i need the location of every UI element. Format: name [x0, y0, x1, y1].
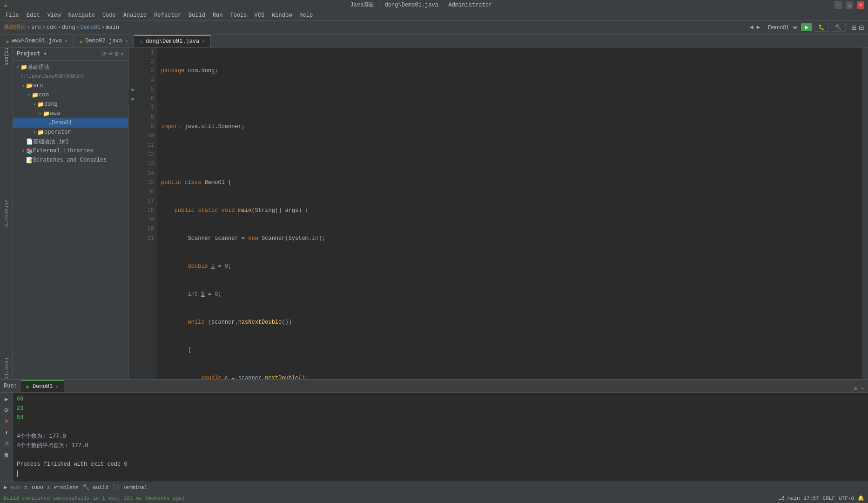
run-btn[interactable]: ▶: [2, 394, 11, 404]
gutter-row-13: [128, 159, 138, 169]
run-gutter-icon[interactable]: ▶: [131, 95, 135, 102]
gutter-row-20: [128, 224, 138, 234]
code-editor[interactable]: ▶ ▶: [128, 48, 868, 379]
print-btn[interactable]: 🖨: [2, 439, 11, 449]
run-tab-demo-label: Demo01: [33, 383, 53, 390]
tree-com[interactable]: ▾ 📁 com: [13, 90, 128, 100]
git-branch[interactable]: ⎇ main: [779, 495, 800, 501]
menu-edit[interactable]: Edit: [23, 11, 44, 20]
code-content[interactable]: package com.dong; import java.util.Scann…: [157, 48, 862, 379]
tree-demo01[interactable]: ☕ Demo01: [13, 118, 128, 128]
tree-arrow: ▾: [26, 92, 32, 98]
expand-button[interactable]: ⊞: [851, 24, 857, 31]
run-gutter-icon[interactable]: ▶: [131, 86, 135, 93]
bottom-todo-icon[interactable]: ☑: [24, 484, 27, 491]
menu-run[interactable]: Run: [209, 11, 227, 20]
stop-btn[interactable]: ■: [2, 417, 11, 426]
breadcrumb-project[interactable]: 基础语法: [4, 23, 26, 31]
bottom-left-toolbar: ▶ ⟳ ■ ⬇ 🖨 🗑: [0, 393, 13, 482]
breadcrumb-demo01[interactable]: Demo01: [81, 24, 101, 31]
line-num-15: 15: [141, 178, 154, 187]
structure-tool-button[interactable]: Structure: [3, 208, 10, 219]
tree-path-java[interactable]: F:\Java\Java基础\基础语法: [13, 72, 128, 81]
crlf[interactable]: CRLF: [823, 496, 835, 501]
debug-button[interactable]: 🐛: [814, 23, 829, 32]
menu-analyze[interactable]: Analyze: [120, 11, 150, 20]
menu-build[interactable]: Build: [185, 11, 209, 20]
menu-code[interactable]: Code: [99, 11, 120, 20]
folder-icon: 📁: [43, 110, 50, 117]
tab-run[interactable]: ▶ Demo01 ✕: [21, 380, 64, 392]
settings-icon[interactable]: ⚙: [114, 50, 118, 58]
main-content: Project Structure Favorites Project ▾ ⟳ …: [0, 48, 868, 379]
tab-close-icon[interactable]: ✕: [202, 39, 205, 44]
bottom-run-icon[interactable]: ▶: [4, 484, 7, 491]
minimize-button[interactable]: ─: [834, 1, 842, 9]
code-indent: [161, 374, 201, 379]
line-num-21: 21: [141, 234, 154, 243]
tree-www[interactable]: ▾ 📁 www: [13, 109, 128, 118]
menu-refactor[interactable]: Refactor: [150, 11, 185, 20]
code-indent: [161, 206, 175, 215]
line-col[interactable]: 17:57: [804, 496, 819, 501]
breadcrumb-src[interactable]: src: [31, 24, 41, 31]
breadcrumb-main[interactable]: main: [106, 24, 119, 31]
gutter-row-5[interactable]: ▶: [128, 85, 138, 94]
tab-demo02[interactable]: ☕ Demo02.java ✕: [74, 35, 134, 47]
bottom-problems-icon[interactable]: ⚠: [47, 484, 50, 491]
tab-www-demo01[interactable]: ☕ www\Demo01.java ✕: [0, 35, 74, 47]
notifications[interactable]: 🔔: [858, 495, 864, 501]
bottom-terminal-icon[interactable]: ⬛: [112, 484, 119, 491]
menu-window[interactable]: Window: [268, 11, 296, 20]
maximize-button[interactable]: □: [846, 1, 853, 9]
menu-navigate[interactable]: Navigate: [64, 11, 99, 20]
tree-project-root[interactable]: ▾ 📁 基础语法: [13, 62, 128, 72]
tree-external-libs[interactable]: ▾ 📚 External Libraries: [13, 146, 128, 156]
sync-icon[interactable]: ⟳: [101, 50, 107, 58]
gutter-row-17: [128, 197, 138, 206]
favorites-tool-button[interactable]: Favorites: [3, 366, 10, 377]
build-button[interactable]: 🔨: [831, 23, 846, 32]
project-tool-button[interactable]: Project: [3, 49, 10, 61]
folder-icon: 📁: [37, 129, 44, 136]
gutter-row-6[interactable]: ▶: [128, 94, 138, 103]
breadcrumb-com[interactable]: com: [47, 24, 57, 31]
bottom-build-icon[interactable]: 🔨: [82, 484, 89, 491]
minimize-panel-icon[interactable]: ─: [861, 386, 864, 392]
menu-view[interactable]: View: [44, 11, 65, 20]
tree-scratches[interactable]: 📝 Scratches and Consoles: [13, 156, 128, 165]
tree-src[interactable]: ▾ 📂 src: [13, 81, 128, 90]
breadcrumb-sep2: ›: [42, 24, 46, 31]
settings-icon[interactable]: ⚙: [854, 385, 857, 392]
tree-item-label: 基础语法: [27, 63, 50, 71]
collapse-all-icon[interactable]: ≡: [109, 50, 113, 58]
breadcrumb-dong[interactable]: dong: [62, 24, 75, 31]
tab-close-icon[interactable]: ✕: [65, 38, 67, 44]
tree-operator[interactable]: ▾ 📁 operator: [13, 128, 128, 137]
menu-file[interactable]: File: [2, 11, 23, 20]
scroll-end-btn[interactable]: ⬇: [2, 428, 11, 437]
tree-dong[interactable]: ▾ 📁 dong: [13, 100, 128, 109]
run-tab-label[interactable]: Run:: [0, 380, 21, 392]
output-text: 54: [17, 413, 23, 422]
encoding[interactable]: UTF-8: [839, 496, 854, 501]
close-button[interactable]: ✕: [857, 1, 864, 9]
tab-close-icon[interactable]: ✕: [125, 38, 128, 44]
line-num-16: 16: [141, 187, 154, 197]
menu-vcs[interactable]: VCS: [251, 11, 269, 20]
tree-item-label: www: [50, 110, 60, 117]
code-line-6: public static void main(String[] args) {: [161, 206, 859, 215]
tab-dong-demo01[interactable]: ☕ dong\Demo01.java ✕: [134, 35, 211, 47]
collapse-button[interactable]: ⊟: [859, 24, 864, 31]
rerun-btn[interactable]: ⟳: [2, 406, 11, 415]
menu-help[interactable]: Help: [296, 11, 316, 20]
clear-btn[interactable]: 🗑: [2, 450, 11, 460]
run-config-select[interactable]: Demo01: [764, 23, 799, 32]
run-icon: ▶: [27, 383, 30, 390]
menu-tools[interactable]: Tools: [227, 11, 251, 20]
tab-close-icon[interactable]: ✕: [55, 384, 58, 389]
hide-icon[interactable]: ✕: [121, 50, 124, 58]
keyword: int: [188, 290, 198, 299]
run-button[interactable]: ▶: [801, 23, 812, 31]
tree-iml[interactable]: 📄 基础语法.iml: [13, 137, 128, 146]
